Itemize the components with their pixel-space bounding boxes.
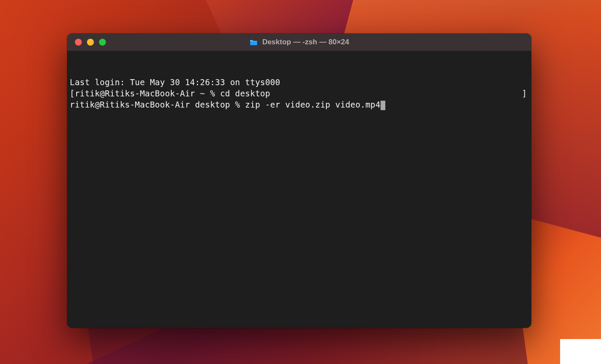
terminal-window: Desktop — -zsh — 80×24 Last login: Tue M… [67,34,531,328]
bracket-close: ] [522,88,529,99]
window-titlebar[interactable]: Desktop — -zsh — 80×24 [67,34,531,51]
traffic-lights [75,39,106,46]
window-title: Desktop — -zsh — 80×24 [249,38,349,46]
terminal-current-line: ritik@Ritiks-MacBook-Air desktop % zip -… [70,99,529,111]
close-button[interactable] [75,39,82,46]
terminal-command-text: ritik@Ritiks-MacBook-Air ~ % cd desktop [75,89,270,98]
cursor [381,101,385,110]
folder-icon [249,39,258,46]
corner-overlay [560,339,601,364]
minimize-button[interactable] [87,39,94,46]
maximize-button[interactable] [99,39,106,46]
terminal-content[interactable]: Last login: Tue May 30 14:26:33 on ttys0… [67,51,531,328]
window-title-text: Desktop — -zsh — 80×24 [262,38,349,46]
terminal-prompt-line: [ritik@Ritiks-MacBook-Air ~ % cd desktop… [70,88,529,99]
bracket-open: [ [70,89,75,98]
terminal-command-text: ritik@Ritiks-MacBook-Air desktop % zip -… [70,100,381,109]
terminal-output-line: Last login: Tue May 30 14:26:33 on ttys0… [70,77,529,88]
